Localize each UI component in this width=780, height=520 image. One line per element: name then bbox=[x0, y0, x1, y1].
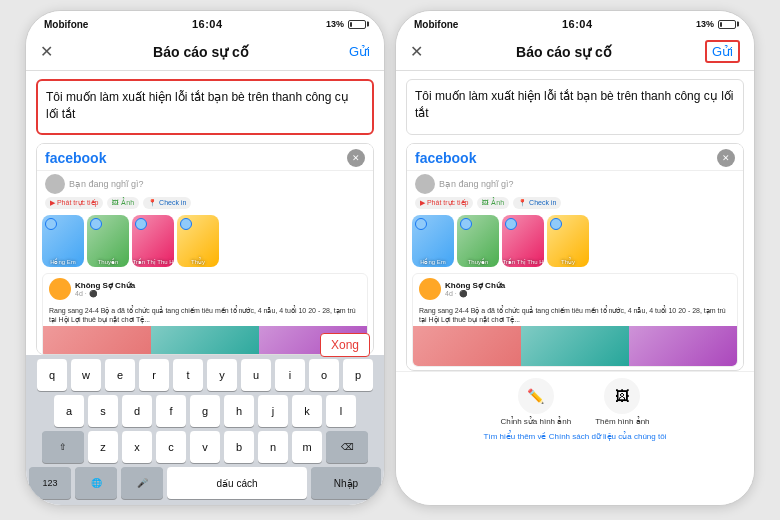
left-fb-close[interactable]: ✕ bbox=[347, 149, 365, 167]
key-t[interactable]: t bbox=[173, 359, 203, 391]
key-g[interactable]: g bbox=[190, 395, 220, 427]
key-c[interactable]: c bbox=[156, 431, 186, 463]
right-fb-action-photo[interactable]: 🖼 Ảnh bbox=[477, 197, 509, 209]
right-post-body: Rang sang 24-4 Bộ a đã tổ chức quả tang … bbox=[413, 304, 737, 326]
key-globe[interactable]: 🌐 bbox=[75, 467, 117, 499]
right-story-3[interactable]: Trần Thị Thu H bbox=[502, 215, 544, 267]
key-p[interactable]: p bbox=[343, 359, 373, 391]
keyboard-row-2: a s d f g h j k l bbox=[29, 395, 381, 427]
key-space[interactable]: dấu cách bbox=[167, 467, 307, 499]
add-image-action[interactable]: 🖼 Thêm hình ảnh bbox=[595, 378, 649, 426]
left-post-avatar bbox=[49, 278, 71, 300]
key-q[interactable]: q bbox=[37, 359, 67, 391]
right-story-4-avatar bbox=[550, 218, 562, 230]
right-post-img-3 bbox=[629, 326, 737, 366]
left-story-1-label: Hồng Em bbox=[42, 258, 84, 265]
policy-text: Tìm hiểu thêm về Chính sách dữ liệu của … bbox=[396, 432, 754, 447]
key-k[interactable]: k bbox=[292, 395, 322, 427]
left-fb-action-checkin[interactable]: 📍 Check in bbox=[143, 197, 191, 209]
key-mic[interactable]: 🎤 bbox=[121, 467, 163, 499]
left-story-2[interactable]: Thuyền bbox=[87, 215, 129, 267]
right-fb-action-bar: ▶ Phát trực tiếp 🖼 Ảnh 📍 Check in bbox=[407, 197, 743, 212]
left-fb-header: facebook ✕ bbox=[37, 144, 373, 171]
right-story-1-avatar bbox=[415, 218, 427, 230]
key-z[interactable]: z bbox=[88, 431, 118, 463]
right-report-content: Tôi muốn làm xuất hiện lỗi tắt bạn bè tr… bbox=[396, 71, 754, 505]
key-j[interactable]: j bbox=[258, 395, 288, 427]
right-story-3-label: Trần Thị Thu H bbox=[502, 258, 544, 265]
right-story-2[interactable]: Thuyền bbox=[457, 215, 499, 267]
right-fb-header: facebook ✕ bbox=[407, 144, 743, 171]
left-fb-action-live[interactable]: ▶ Phát trực tiếp bbox=[45, 197, 103, 209]
right-fb-action-checkin[interactable]: 📍 Check in bbox=[513, 197, 561, 209]
key-x[interactable]: x bbox=[122, 431, 152, 463]
right-post-time: 4d · ⚫ bbox=[445, 290, 731, 298]
edit-image-label: Chỉnh sửa hình ảnh bbox=[500, 417, 571, 426]
right-nav-bar: ✕ Báo cáo sự cố Gửi bbox=[396, 33, 754, 71]
right-bottom-actions: ✏️ Chỉnh sửa hình ảnh 🖼 Thêm hình ảnh bbox=[396, 371, 754, 432]
key-backspace[interactable]: ⌫ bbox=[326, 431, 368, 463]
right-fb-action-live[interactable]: ▶ Phát trực tiếp bbox=[415, 197, 473, 209]
key-m[interactable]: m bbox=[292, 431, 322, 463]
key-e[interactable]: e bbox=[105, 359, 135, 391]
left-fb-stories: Hồng Em Thuyền Trần Thị Thu H Thủy bbox=[37, 212, 373, 270]
left-send-button[interactable]: Gửi bbox=[349, 44, 370, 59]
key-s[interactable]: s bbox=[88, 395, 118, 427]
right-story-4[interactable]: Thủy bbox=[547, 215, 589, 267]
right-close-button[interactable]: ✕ bbox=[410, 42, 423, 61]
key-b[interactable]: b bbox=[224, 431, 254, 463]
key-i[interactable]: i bbox=[275, 359, 305, 391]
key-123[interactable]: 123 bbox=[29, 467, 71, 499]
key-f[interactable]: f bbox=[156, 395, 186, 427]
right-time: 16:04 bbox=[562, 18, 593, 30]
left-close-button[interactable]: ✕ bbox=[40, 42, 53, 61]
edit-image-action[interactable]: ✏️ Chỉnh sửa hình ảnh bbox=[500, 378, 571, 426]
left-story-2-label: Thuyền bbox=[87, 258, 129, 265]
left-story-4[interactable]: Thủy bbox=[177, 215, 219, 267]
policy-prefix: Tìm hiểu thêm về bbox=[484, 432, 549, 441]
right-battery-icon bbox=[718, 20, 736, 29]
left-text-input[interactable]: Tôi muốn làm xuất hiện lỗi tắt bạn bè tr… bbox=[36, 79, 374, 135]
left-nav-title: Báo cáo sự cố bbox=[153, 44, 249, 60]
right-fb-preview: facebook ✕ Bạn đang nghĩ gì? ▶ Phát trực… bbox=[406, 143, 744, 371]
key-h[interactable]: h bbox=[224, 395, 254, 427]
add-image-label: Thêm hình ảnh bbox=[595, 417, 649, 426]
left-story-1-avatar bbox=[45, 218, 57, 230]
key-shift[interactable]: ⇧ bbox=[42, 431, 84, 463]
right-story-1-label: Hồng Em bbox=[412, 258, 454, 265]
screenshot-container: Mobifone 16:04 13% ✕ Báo cáo sự cố Gửi T… bbox=[0, 0, 780, 520]
left-story-3-label: Trần Thị Thu H bbox=[132, 258, 174, 265]
left-post-img-1 bbox=[43, 326, 151, 355]
key-d[interactable]: d bbox=[122, 395, 152, 427]
key-r[interactable]: r bbox=[139, 359, 169, 391]
key-enter[interactable]: Nhập bbox=[311, 467, 381, 499]
left-post-img-2 bbox=[151, 326, 259, 355]
left-fb-post-bar: Bạn đang nghĩ gì? bbox=[37, 171, 373, 197]
right-send-button[interactable]: Gửi bbox=[705, 40, 740, 63]
key-y[interactable]: y bbox=[207, 359, 237, 391]
left-story-3[interactable]: Trần Thị Thu H bbox=[132, 215, 174, 267]
key-v[interactable]: v bbox=[190, 431, 220, 463]
left-post-name: Không Sợ Chứa bbox=[75, 281, 361, 290]
left-battery-fill bbox=[350, 22, 352, 27]
left-story-1[interactable]: Hồng Em bbox=[42, 215, 84, 267]
key-a[interactable]: a bbox=[54, 395, 84, 427]
key-o[interactable]: o bbox=[309, 359, 339, 391]
key-u[interactable]: u bbox=[241, 359, 271, 391]
xong-button[interactable]: Xong bbox=[320, 333, 370, 355]
left-nav-bar: ✕ Báo cáo sự cố Gửi bbox=[26, 33, 384, 71]
key-l[interactable]: l bbox=[326, 395, 356, 427]
key-n[interactable]: n bbox=[258, 431, 288, 463]
right-text-input[interactable]: Tôi muốn làm xuất hiện lỗi tắt bạn bè tr… bbox=[406, 79, 744, 135]
right-post-avatar bbox=[419, 278, 441, 300]
right-status-bar: Mobifone 16:04 13% bbox=[396, 11, 754, 33]
right-fb-close[interactable]: ✕ bbox=[717, 149, 735, 167]
left-fb-action-photo[interactable]: 🖼 Ảnh bbox=[107, 197, 139, 209]
keyboard-row-1: q w e r t y u i o p bbox=[29, 359, 381, 391]
right-battery-text: 13% bbox=[696, 19, 714, 29]
policy-link[interactable]: Chính sách dữ liệu bbox=[549, 432, 616, 441]
right-fb-stories: Hồng Em Thuyền Trần Thị Thu H Thủy bbox=[407, 212, 743, 270]
right-story-1[interactable]: Hồng Em bbox=[412, 215, 454, 267]
right-post-images bbox=[413, 326, 737, 366]
key-w[interactable]: w bbox=[71, 359, 101, 391]
